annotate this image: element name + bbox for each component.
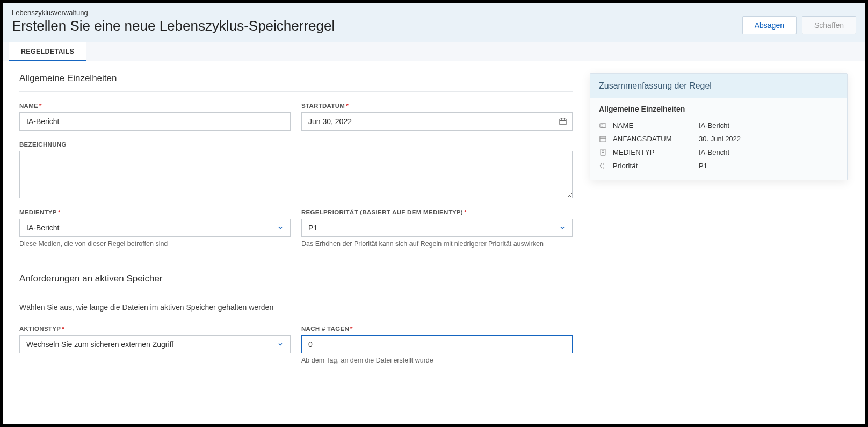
document-icon: [599, 148, 613, 156]
summary-subtitle: Allgemeine Einzelheiten: [599, 105, 838, 113]
mediatype-label: MEDIENTYP*: [19, 209, 291, 215]
tab-bar: REGELDETAILS: [3, 42, 865, 61]
priority-select[interactable]: P1: [301, 219, 573, 237]
storage-intro: Wählen Sie aus, wie lange die Dateien im…: [19, 303, 573, 312]
breadcrumb: Lebenszyklusverwaltung: [12, 9, 335, 17]
calendar-icon: [599, 135, 613, 143]
cancel-button[interactable]: Absagen: [742, 16, 797, 34]
tab-rule-details[interactable]: REGELDETAILS: [9, 42, 86, 61]
svg-rect-4: [600, 124, 606, 128]
actiontype-value: Wechseln Sie zum sicheren externen Zugri…: [26, 340, 173, 349]
days-label: NACH # TAGEN*: [301, 325, 573, 332]
mediatype-helper: Diese Medien, die von dieser Regel betro…: [19, 240, 291, 248]
summary-row-name: NAME IA-Bericht: [599, 119, 838, 132]
priority-value: P1: [308, 223, 317, 232]
mediatype-value: IA-Bericht: [26, 223, 59, 232]
svg-text:1: 1: [603, 163, 605, 165]
description-label: BEZEICHNUNG: [19, 141, 573, 148]
name-input[interactable]: [19, 112, 291, 131]
days-input[interactable]: [301, 335, 573, 353]
summary-title: Zusammenfassung der Regel: [590, 74, 847, 98]
summary-row-date: ANFANGSDATUM 30. Juni 2022: [599, 132, 838, 146]
chevron-down-icon: [277, 225, 284, 231]
mediatype-select[interactable]: IA-Bericht: [19, 219, 291, 237]
tag-icon: [599, 121, 613, 129]
create-button[interactable]: Schaffen: [802, 16, 856, 34]
name-label: NAME*: [19, 103, 291, 109]
actiontype-select[interactable]: Wechseln Sie zum sicheren externen Zugri…: [19, 335, 291, 353]
svg-rect-7: [600, 136, 606, 142]
priority-helper: Das Erhöhen der Priorität kann sich auf …: [301, 240, 573, 248]
rule-summary-panel: Zusammenfassung der Regel Allgemeine Ein…: [590, 73, 848, 180]
section-general-title: Allgemeine Einzelheiten: [19, 73, 573, 92]
summary-row-mediatype: MEDIENTYP IA-Bericht: [599, 146, 838, 159]
svg-text:2: 2: [603, 167, 605, 169]
page-header: Lebenszyklusverwaltung Erstellen Sie ein…: [3, 3, 865, 42]
chevron-down-icon: [277, 341, 284, 348]
chevron-down-icon: [559, 225, 566, 231]
summary-row-priority: 12 Priorität P1: [599, 159, 838, 172]
priority-label: REGELPRIORITÄT (BASIERT AUF DEM MEDIENTY…: [301, 209, 573, 215]
section-storage-title: Anforderungen an aktiven Speicher: [19, 273, 573, 292]
actiontype-label: AKTIONSTYP*: [19, 325, 291, 332]
startdate-label: STARTDATUM*: [301, 103, 573, 109]
page-title: Erstellen Sie eine neue Lebenszyklus-Spe…: [12, 18, 335, 34]
priority-icon: 12: [599, 162, 613, 170]
startdate-input[interactable]: [301, 112, 573, 131]
description-input[interactable]: [19, 151, 573, 198]
days-helper: Ab dem Tag, an dem die Datei erstellt wu…: [301, 357, 573, 364]
